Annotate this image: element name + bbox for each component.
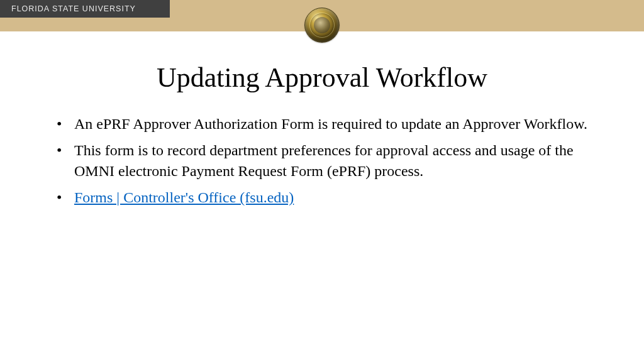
bullet-list: An ePRF Approver Authorization Form is r… <box>57 114 613 208</box>
fsu-seal-icon <box>304 8 340 43</box>
page-title: Updating Approval Workflow <box>0 62 644 94</box>
slide-content: An ePRF Approver Authorization Form is r… <box>0 114 644 208</box>
list-item: This form is to record department prefer… <box>57 140 613 181</box>
forms-link[interactable]: Forms | Controller's Office (fsu.edu) <box>74 189 294 206</box>
list-item: An ePRF Approver Authorization Form is r… <box>57 114 613 134</box>
list-item: Forms | Controller's Office (fsu.edu) <box>57 187 613 207</box>
org-name: FLORIDA STATE UNIVERSITY <box>0 0 170 18</box>
